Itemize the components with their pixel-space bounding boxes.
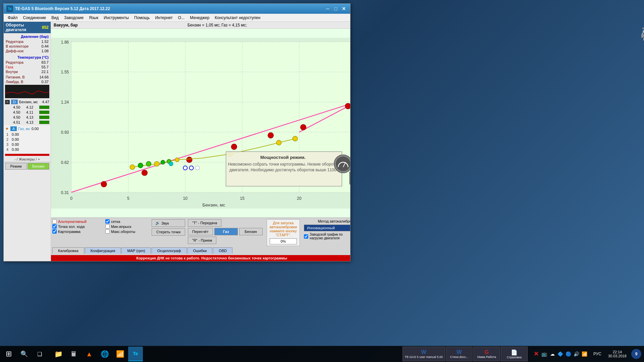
taskbar: ⊞ 🔍 ❑ 📁 🖩 ▲ 🌐 📶 Te W TE-GAS 5 user manua… xyxy=(0,346,644,362)
red-x-icon[interactable]: ✕ xyxy=(533,351,540,357)
injector-rows: 4.50 4.12 4.50 4.11 4.50 xyxy=(5,105,49,125)
sound-button[interactable]: 🔊 Звук xyxy=(152,219,185,227)
zavod-checkbox[interactable] xyxy=(304,234,308,239)
menu-factory[interactable]: Заводские xyxy=(61,15,86,21)
menu-view[interactable]: Вид xyxy=(49,15,61,21)
lang-indicator[interactable]: РУС xyxy=(591,352,603,356)
pressure-diff-label: Дифф-ное xyxy=(6,49,24,53)
search-button[interactable]: 🔍 xyxy=(17,347,32,361)
method-select[interactable]: Инновационный Стандартный Быстрый xyxy=(304,225,350,231)
menu-about[interactable]: О... xyxy=(175,15,187,21)
injector-eq-label: = xyxy=(5,100,10,104)
peresch-button[interactable]: Пересчёт xyxy=(188,228,213,235)
action-buttons: "T" - Передача Пересчёт Газ Бензин "R" -… xyxy=(188,219,263,244)
taskbar-app-wifi[interactable]: 📶 xyxy=(113,347,127,361)
mode-button[interactable]: Режим xyxy=(5,163,27,170)
clear-button[interactable]: Стереть точки xyxy=(152,228,185,236)
inj-row-1: 4.50 4.12 xyxy=(5,105,49,110)
progress-bar: 0% xyxy=(270,238,297,244)
monitor-icon[interactable]: 📺 xyxy=(541,351,548,357)
checkboxes-col1: Альтернативный Точка хол. хода Картограм… xyxy=(52,219,103,234)
svg-point-37 xyxy=(142,170,148,176)
tab-configuration[interactable]: Конфигурация xyxy=(85,247,121,254)
svg-text:20: 20 xyxy=(297,196,302,201)
svg-point-50 xyxy=(146,162,151,167)
cb-max-oboroty[interactable] xyxy=(105,229,110,234)
menu-manager[interactable]: Менеджер xyxy=(187,15,212,21)
gas-button[interactable]: Газ xyxy=(214,228,238,235)
menu-file[interactable]: Файл xyxy=(5,15,20,21)
bluetooth-icon[interactable]: 🔷 xyxy=(557,351,564,357)
taskbar-right: ✕ 📺 ☁ 🔷 🔵 🔊 📶 РУС 22:14 30.03.2018 9 xyxy=(529,349,644,359)
volume-icon[interactable]: 🔊 xyxy=(573,351,580,357)
tab-map[interactable]: МАР (rpm) xyxy=(121,247,151,254)
windows-button[interactable]: ⊞ xyxy=(1,347,16,361)
cb-alternative-row: Альтернативный xyxy=(52,219,103,224)
svg-point-38 xyxy=(186,157,192,163)
cb-kartogramma[interactable] xyxy=(52,229,57,234)
taskbar-app-explorer[interactable]: 📁 xyxy=(51,347,66,361)
close-button[interactable]: ✕ xyxy=(340,5,347,12)
cb-hod[interactable] xyxy=(52,224,57,229)
rpm-header: Обороты двигателя 852 xyxy=(4,22,51,33)
taskbar-app-chrome[interactable]: 🌐 xyxy=(97,347,112,361)
network-icon[interactable]: 🔵 xyxy=(565,351,572,357)
rpm-label: Обороты двигателя xyxy=(6,23,42,32)
svg-text:15: 15 xyxy=(240,196,245,201)
chart-info: Бензин = 1,05 мс; Газ = 4,15 мс; xyxy=(85,23,350,27)
svg-text:10: 10 xyxy=(183,196,188,201)
network-bars-icon[interactable]: 📶 xyxy=(581,351,588,357)
peresch-gas-benzin-row: Пересчёт Газ Бензин xyxy=(188,228,263,235)
menu-internet[interactable]: Интернет xyxy=(152,15,175,21)
cb-kartogramma-row: Картограмма xyxy=(52,229,103,234)
gas-row-2: 2 0.00 xyxy=(5,137,49,142)
pressure-reductor-value: 1.52 xyxy=(42,40,49,44)
voltage-row: Питания, В 14.66 xyxy=(4,75,51,79)
pressure-header: Давление (бар) xyxy=(4,34,51,39)
maximize-button[interactable]: □ xyxy=(332,5,339,12)
r-button[interactable]: "R" - Прием xyxy=(188,237,216,244)
injector-fuel-value: 4.47 xyxy=(42,100,49,104)
taskbar-app-tegas[interactable]: Te xyxy=(128,347,143,361)
menu-tools[interactable]: Инструменты xyxy=(101,15,131,21)
tab-calibration[interactable]: Калибровка xyxy=(52,247,84,254)
minimize-button[interactable]: ─ xyxy=(324,5,331,12)
t-button[interactable]: "T" - Передача xyxy=(188,219,221,227)
cb-alternative[interactable] xyxy=(52,219,57,224)
task-view-button[interactable]: ❑ xyxy=(32,347,47,361)
cb-min-vprysk[interactable] xyxy=(105,224,110,229)
menu-consultant[interactable]: Консультант недоступен xyxy=(212,15,263,21)
voltage-label: Питания, В xyxy=(6,75,25,79)
tab-oscillograph[interactable]: Осциллограф xyxy=(152,247,187,254)
cb-setka[interactable] xyxy=(105,219,110,224)
desktop-icon-ebu[interactable]: 📄 ЭБУ xyxy=(637,17,644,42)
svg-point-47 xyxy=(276,140,281,145)
inj-3-bar xyxy=(39,116,49,119)
svg-text:5: 5 xyxy=(127,196,129,201)
pressure-collector: В коллекторе 0.44 xyxy=(4,44,51,49)
tw-stixi[interactable]: W Стихи.docx... xyxy=(446,347,473,361)
tab-obd[interactable]: OBD xyxy=(213,247,232,254)
tw-tegas-manual[interactable]: W TE-GAS 5 user manual 5.00 xyxy=(402,347,445,361)
cloud-icon[interactable]: ☁ xyxy=(549,351,556,357)
tw-straxovka[interactable]: 📄 Страховка xyxy=(501,347,528,361)
menu-lang[interactable]: Язык xyxy=(86,15,101,21)
menu-help[interactable]: Помощь xyxy=(131,15,152,21)
svg-point-48 xyxy=(293,136,298,141)
lambda-value: 0.37 xyxy=(42,80,49,84)
tw-mama[interactable]: G Мама Работа xyxy=(473,347,500,361)
autocal-text1: Для запуска автокалибровки нажмите кнопк… xyxy=(270,221,297,237)
benzin-button[interactable]: Бензин xyxy=(239,228,263,235)
inj-3-v2: 4.13 xyxy=(26,115,38,119)
notification-badge[interactable]: 9 xyxy=(631,349,641,359)
tab-errors[interactable]: Ошибки xyxy=(187,247,213,254)
gas-row-4: 4 0.00 xyxy=(5,147,49,152)
inj-row-4: 4.51 4.13 xyxy=(5,120,49,125)
taskbar-app-avast[interactable]: ▲ xyxy=(82,347,97,361)
jiklery-label[interactable]: - / Жиклеры / + xyxy=(4,157,51,162)
benzin-mode-button[interactable]: Бензин xyxy=(28,163,49,170)
method-label: Метод автокалибровки xyxy=(304,219,350,223)
taskbar-app-calc[interactable]: 🖩 xyxy=(66,347,81,361)
cb-setka-label: сетка xyxy=(111,220,120,224)
menu-connection[interactable]: Соединение xyxy=(20,15,49,21)
